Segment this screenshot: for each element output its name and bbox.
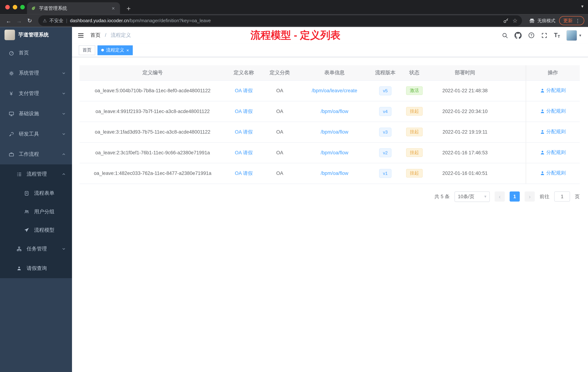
briefcase-icon <box>8 152 15 157</box>
prev-page-button[interactable]: ‹ <box>494 191 505 202</box>
address-bar[interactable]: ⚠ 不安全 | dashboard.yudao.iocoder.cn/bpm/m… <box>38 15 522 26</box>
dashboard-icon <box>8 50 15 56</box>
next-page-button[interactable]: › <box>525 191 535 202</box>
sidebar-collapse-icon[interactable] <box>77 32 84 39</box>
definition-category: OA <box>262 80 298 101</box>
status-tag: 挂起 <box>406 107 423 116</box>
fullscreen-icon[interactable] <box>541 32 548 38</box>
help-icon[interactable]: ? <box>528 32 535 39</box>
update-browser-button[interactable]: 更新 ⋮ <box>559 16 584 25</box>
col-header-id: 定义编号 <box>79 65 226 80</box>
navbar: 首页 / 流程定义 流程模型 - 定义列表 ? <box>72 27 588 44</box>
form-link[interactable]: /bpm/oa/leave/create <box>312 88 357 94</box>
chevron-up-icon <box>62 172 66 176</box>
sidebar-item-process-mgmt[interactable]: 流程管理 <box>0 164 72 184</box>
sidebar-item-payment[interactable]: ¥ 支付管理 <box>0 83 72 104</box>
status-tag: 激活 <box>406 86 423 95</box>
definition-name-link[interactable]: OA 请假 <box>235 108 252 114</box>
browser-tab[interactable]: 芋道管理系统 × <box>27 2 120 14</box>
version-tag: v1 <box>379 169 391 178</box>
deploy-time: 2022-01-22 20:34:10 <box>430 101 501 121</box>
not-secure-warning-icon: ⚠ <box>43 18 47 23</box>
col-header-name: 定义名称 <box>226 65 262 80</box>
version-tag: v4 <box>379 107 391 116</box>
pagination: 共 5 条 10条/页 ▾ ‹ 1 › 前往 页 <box>79 191 580 202</box>
font-size-icon[interactable]: TT <box>554 32 560 39</box>
goto-unit: 页 <box>575 193 580 200</box>
tag-process-definition[interactable]: 流程定义 × <box>97 45 133 55</box>
browser-titlebar: 芋道管理系统 × + ▾ <box>0 0 588 14</box>
sidebar-item-workflow[interactable]: 工作流程 <box>0 144 72 164</box>
form-link[interactable]: /bpm/oa/flow <box>321 150 348 155</box>
avatar[interactable] <box>566 30 577 41</box>
app-window: 芋道管理系统 首页 系统管理 ¥ 支付管理 <box>0 27 588 372</box>
breadcrumb-separator: / <box>105 32 106 38</box>
org-tree-icon <box>16 246 22 252</box>
back-icon[interactable]: ← <box>4 17 14 24</box>
sidebar-item-leave-query[interactable]: 请假查询 <box>0 259 72 278</box>
page-number-button[interactable]: 1 <box>510 191 520 202</box>
screenshot-root: 芋道管理系统 × + ▾ ← → ↻ ⚠ 不安全 | dashboard.yud… <box>0 0 588 372</box>
security-label[interactable]: 不安全 <box>50 17 63 24</box>
definition-category: OA <box>262 101 298 121</box>
sidebar-item-user-group[interactable]: 用户分组 <box>0 202 72 221</box>
traffic-lights <box>5 5 25 10</box>
version-tag: v5 <box>379 86 391 95</box>
breadcrumb: 首页 / 流程定义 <box>90 32 131 39</box>
breadcrumb-home[interactable]: 首页 <box>90 32 101 38</box>
definition-name-link[interactable]: OA 请假 <box>235 129 252 134</box>
github-icon[interactable] <box>514 32 522 39</box>
browser-menu-kebab-icon[interactable]: ⋮ <box>575 18 580 23</box>
sidebar-item-label: 系统管理 <box>19 70 39 77</box>
sidebar: 芋道管理系统 首页 系统管理 ¥ 支付管理 <box>0 27 72 372</box>
bookmark-star-icon[interactable]: ☆ <box>513 17 518 24</box>
search-icon[interactable] <box>502 32 508 38</box>
form-link[interactable]: /bpm/oa/flow <box>321 129 348 135</box>
new-tab-button[interactable]: + <box>124 5 134 13</box>
deploy-time: 2022-01-16 17:46:53 <box>430 142 501 163</box>
sidebar-item-label: 流程模型 <box>34 227 54 233</box>
password-key-icon[interactable] <box>503 18 509 24</box>
goto-page-input[interactable] <box>554 191 570 202</box>
tag-close-icon[interactable]: × <box>126 48 129 52</box>
form-link[interactable]: /bpm/oa/flow <box>321 170 348 176</box>
user-avatar-menu[interactable]: ▾ <box>566 30 581 41</box>
assign-rule-link[interactable]: 分配规则 <box>540 129 566 135</box>
assign-rule-link[interactable]: 分配规则 <box>540 170 566 176</box>
col-header-status: 状态 <box>399 65 430 80</box>
sidebar-item-process-form[interactable]: 流程表单 <box>0 184 72 202</box>
sidebar-logo[interactable]: 芋道管理系统 <box>0 27 72 43</box>
forward-icon[interactable]: → <box>14 17 24 24</box>
definition-name-link[interactable]: OA 请假 <box>235 150 252 155</box>
tab-title: 芋道管理系统 <box>39 5 107 11</box>
sidebar-item-home[interactable]: 首页 <box>0 43 72 63</box>
sidebar-item-label: 工作流程 <box>19 151 39 158</box>
assign-rule-link[interactable]: 分配规则 <box>540 87 566 94</box>
definition-id: oa_leave:4:991f2193-7b7f-11ec-a3c8-acde4… <box>79 101 226 121</box>
incognito-label: 无痕模式 <box>537 17 556 24</box>
close-window-button[interactable] <box>5 5 10 10</box>
chevron-up-icon <box>62 152 66 156</box>
assign-rule-link[interactable]: 分配规则 <box>540 108 566 114</box>
table-row: oa_leave:4:991f2193-7b7f-11ec-a3c8-acde4… <box>79 101 580 121</box>
tab-close-icon[interactable]: × <box>110 5 116 11</box>
assign-rule-link[interactable]: 分配规则 <box>540 149 566 156</box>
page-size-select[interactable]: 10条/页 ▾ <box>454 191 490 202</box>
sidebar-item-devtools[interactable]: 研发工具 <box>0 124 72 144</box>
url-path: /bpm/manager/definition?key=oa_leave <box>129 18 211 23</box>
sidebar-item-infra[interactable]: 基础设施 <box>0 104 72 124</box>
chevron-down-icon: ▾ <box>484 194 486 199</box>
reload-icon[interactable]: ↻ <box>25 17 34 24</box>
zoom-window-button[interactable] <box>20 5 25 10</box>
page-url[interactable]: dashboard.yudao.iocoder.cn/bpm/manager/d… <box>70 18 211 23</box>
tag-home[interactable]: 首页 <box>79 45 95 55</box>
definition-name-link[interactable]: OA 请假 <box>235 88 252 93</box>
form-link[interactable]: /bpm/oa/flow <box>321 109 348 114</box>
minimize-window-button[interactable] <box>13 5 17 10</box>
tab-search-chevron-icon[interactable]: ▾ <box>581 4 583 9</box>
sidebar-item-process-model[interactable]: 流程模型 <box>0 221 72 239</box>
definition-name-link[interactable]: OA 请假 <box>235 170 252 176</box>
definition-category: OA <box>262 121 298 142</box>
sidebar-item-task-mgmt[interactable]: 任务管理 <box>0 239 72 259</box>
sidebar-item-system[interactable]: 系统管理 <box>0 63 72 83</box>
